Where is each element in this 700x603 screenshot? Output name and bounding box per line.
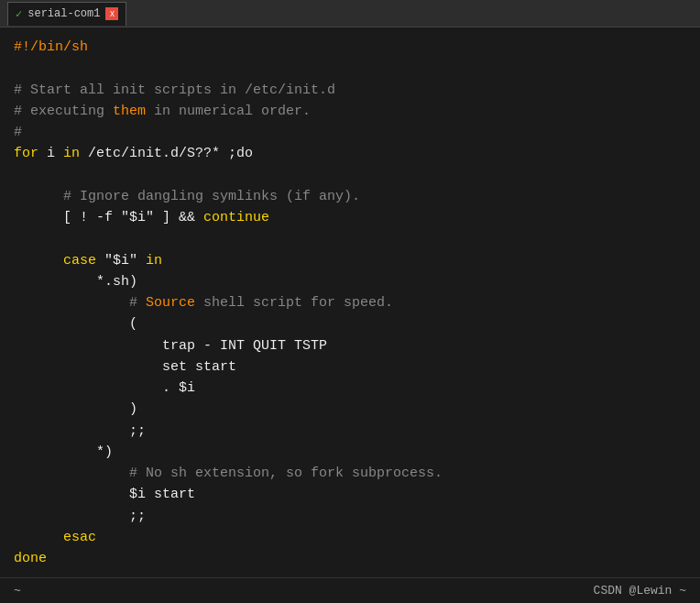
status-right: CSDN @Lewin ~ [594,584,686,598]
main-window: ✓ serial-com1 x #!/bin/sh # Start all in… [0,0,700,603]
title-tab[interactable]: ✓ serial-com1 x [7,2,126,26]
status-left: ~ [14,584,21,598]
check-icon: ✓ [16,7,22,21]
code-editor[interactable]: #!/bin/sh # Start all init scripts in /e… [0,27,700,577]
code-content: #!/bin/sh # Start all init scripts in /e… [14,37,686,569]
tab-label: serial-com1 [27,7,100,20]
title-bar: ✓ serial-com1 x [0,0,700,27]
close-button[interactable]: x [105,7,118,20]
status-bar: ~ CSDN @Lewin ~ [0,577,700,603]
